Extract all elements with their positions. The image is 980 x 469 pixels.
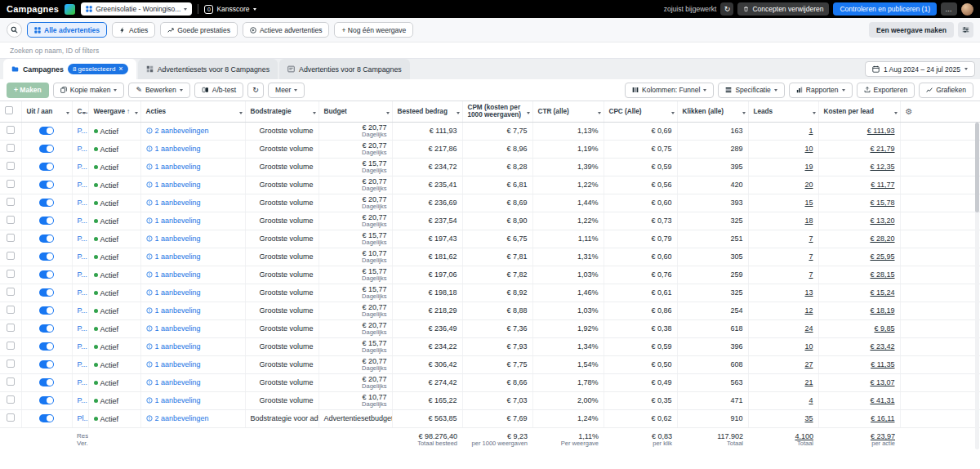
search-button[interactable] (7, 22, 22, 38)
campaign-toggle[interactable] (39, 181, 54, 189)
campaign-name-link[interactable]: P... (78, 306, 87, 315)
recommendations-link[interactable]: 1 aanbeveling (146, 217, 201, 225)
publish-button[interactable]: Controleren en publiceren (1) (833, 2, 937, 16)
cost-per-lead-link[interactable]: € 11,35 (871, 360, 894, 368)
duplicate-button[interactable]: Kopie maken (53, 83, 125, 98)
filter-caret-icon[interactable] (742, 112, 746, 114)
tab-adsets[interactable]: Advertentiesets voor 8 Campagnes (138, 59, 278, 79)
campaign-toggle[interactable] (39, 252, 54, 261)
recommendations-link[interactable]: 1 aanbeveling (146, 145, 201, 153)
campaign-name-link[interactable]: P... (78, 378, 87, 386)
view-pill-3[interactable]: Goede prestaties (160, 22, 238, 38)
row-checkbox[interactable] (7, 162, 15, 170)
cost-per-lead-link[interactable]: € 13,07 (870, 378, 894, 386)
cost-per-lead-link[interactable]: € 15,78 (870, 199, 894, 207)
cost-per-lead-link[interactable]: € 13,20 (870, 217, 894, 225)
campaign-toggle[interactable] (39, 234, 54, 243)
column-header[interactable]: C... (72, 101, 88, 122)
row-checkbox[interactable] (7, 126, 15, 134)
view-pill-2[interactable]: Acties (112, 22, 155, 38)
filter-caret-icon[interactable] (313, 112, 316, 114)
row-checkbox[interactable] (7, 198, 15, 206)
cost-per-lead-link[interactable]: € 28,15 (870, 270, 894, 279)
filter-caret-icon[interactable] (239, 112, 243, 114)
campaign-name-link[interactable]: P... (78, 199, 87, 207)
cost-per-lead-link[interactable]: € 23,42 (870, 342, 894, 351)
row-checkbox[interactable] (7, 234, 15, 242)
create-button[interactable]: + Maken (7, 83, 49, 98)
row-checkbox[interactable] (7, 288, 15, 296)
row-checkbox[interactable] (7, 377, 15, 386)
filter-caret-icon[interactable] (527, 112, 530, 114)
campaign-toggle[interactable] (39, 288, 54, 297)
leads-link[interactable]: 10 (804, 342, 813, 351)
recommendations-link[interactable]: 1 aanbeveling (146, 360, 201, 368)
column-header[interactable]: Besteed bedrag (392, 101, 462, 122)
leads-link[interactable]: 7 (808, 234, 813, 243)
recommendations-link[interactable]: 1 aanbeveling (146, 306, 201, 315)
filter-caret-icon[interactable] (135, 112, 138, 114)
campaign-name-link[interactable]: P... (78, 324, 87, 333)
columns-button[interactable]: Kolommen: Funnel (625, 83, 714, 98)
filter-caret-icon[interactable] (66, 112, 69, 114)
campaign-name-link[interactable]: P... (78, 270, 87, 279)
automated-rules-button[interactable]: ↻ (247, 83, 264, 98)
campaign-name-link[interactable]: P... (78, 396, 87, 404)
campaign-toggle[interactable] (39, 324, 54, 333)
recommendations-link[interactable]: 1 aanbeveling (146, 252, 201, 261)
cost-per-lead-link[interactable]: € 41,31 (870, 396, 894, 404)
leads-link[interactable]: 21 (804, 378, 813, 386)
campaign-toggle[interactable] (39, 396, 54, 404)
recommendations-link[interactable]: 1 aanbeveling (146, 324, 201, 333)
filter-caret-icon[interactable] (598, 112, 601, 114)
charts-button[interactable]: Grafieken (919, 83, 973, 98)
breakdown-button[interactable]: Specificatie (718, 83, 784, 98)
avatar[interactable] (961, 3, 973, 16)
leads-link[interactable]: 27 (804, 360, 813, 368)
filter-caret-icon[interactable] (457, 112, 460, 114)
recommendations-link[interactable]: 1 aanbeveling (146, 270, 201, 279)
discard-drafts-button[interactable]: Concepten verwijderen (737, 2, 829, 16)
leads-link[interactable]: 18 (804, 217, 813, 225)
campaign-name-link[interactable]: P... (78, 217, 87, 225)
row-checkbox[interactable] (7, 413, 15, 422)
cost-per-lead-link[interactable]: € 12,35 (870, 163, 894, 171)
campaign-toggle[interactable] (39, 414, 54, 422)
cost-per-lead-link[interactable]: € 9,85 (874, 324, 894, 333)
column-header[interactable]: Bodstrategie (245, 101, 318, 122)
row-checkbox[interactable] (7, 144, 15, 152)
leads-link[interactable]: 12 (804, 306, 813, 315)
column-header[interactable]: Budget (318, 101, 392, 122)
recommendations-link[interactable]: 1 aanbeveling (146, 288, 201, 297)
leads-link[interactable]: 7 (808, 270, 813, 279)
business-suite-logo-icon[interactable] (65, 4, 75, 15)
reports-button[interactable]: Rapporten (789, 83, 853, 98)
cost-per-lead-link[interactable]: € 11,77 (871, 181, 894, 189)
campaign-name-link[interactable]: P... (78, 234, 87, 243)
column-header[interactable]: Weergave↑ (88, 101, 140, 122)
scrollbar-thumb[interactable] (975, 123, 979, 212)
more-button[interactable]: Meer (268, 83, 305, 98)
leads-link[interactable]: 24 (804, 324, 813, 333)
edit-button[interactable]: ✎ Bewerken (128, 83, 189, 98)
leads-link[interactable]: 15 (804, 199, 813, 207)
campaign-name-link[interactable]: P... (78, 127, 87, 135)
cost-per-lead-link[interactable]: € 21,79 (870, 145, 894, 153)
campaign-name-link[interactable]: P... (78, 163, 87, 171)
campaign-toggle[interactable] (39, 270, 54, 279)
view-pill-5[interactable]: + Nog één weergave (334, 22, 413, 38)
filter-caret-icon[interactable] (386, 112, 390, 114)
recommendations-link[interactable]: 2 aanbevelingen (146, 414, 209, 422)
leads-link[interactable]: 13 (804, 288, 813, 297)
row-checkbox[interactable] (7, 306, 15, 314)
column-header[interactable]: Leads (748, 101, 818, 122)
recommendations-link[interactable]: 1 aanbeveling (146, 342, 201, 351)
recommendations-link[interactable]: 1 aanbeveling (146, 199, 201, 207)
select-all-checkbox[interactable] (5, 106, 13, 114)
kansscore-button[interactable]: 0 Kansscore (204, 5, 256, 14)
campaign-name-link[interactable]: P... (78, 145, 87, 153)
campaign-name-link[interactable]: P... (78, 342, 87, 351)
row-checkbox[interactable] (7, 252, 15, 260)
leads-link[interactable]: 7 (808, 252, 813, 261)
campaign-toggle[interactable] (39, 163, 54, 171)
